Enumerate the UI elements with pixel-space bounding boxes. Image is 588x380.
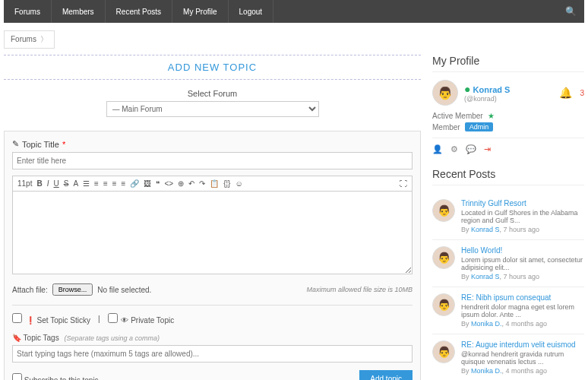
image-icon[interactable]: 🖼 [144,179,151,188]
tags-label: Topic Tags [24,334,59,342]
post-excerpt: Lorem ipsum dolor sit amet, consectetur … [461,256,584,271]
nav-logout[interactable]: Logout [229,0,274,23]
search-icon[interactable]: 🔍 [558,6,584,17]
post-excerpt: Located in Gulf Shores in the Alabama re… [461,209,584,224]
strike-icon[interactable]: S [64,179,69,188]
post-avatar[interactable]: 👨 [432,293,455,316]
align-left-icon[interactable]: ≡ [103,179,108,188]
add-topic-button[interactable]: Add topic [359,370,413,380]
code-icon[interactable]: <> [164,179,173,188]
post-author[interactable]: Konrad S [471,273,500,280]
brackets-icon[interactable]: {¦} [223,179,230,188]
tag-icon: 🔖 [12,334,21,342]
bell-icon[interactable]: 🔔 [559,87,572,99]
pencil-icon: ✎ [12,139,19,149]
nav-members[interactable]: Members [52,0,106,23]
italic-icon[interactable]: I [47,179,49,188]
notif-count: 3 [580,89,584,97]
sticky-checkbox[interactable] [12,313,22,323]
quote-icon[interactable]: ❝ [156,179,160,188]
nav-recent[interactable]: Recent Posts [106,0,172,23]
list-ul-icon[interactable]: ☰ [83,179,90,188]
align-center-icon[interactable]: ≡ [112,179,117,188]
chat-icon[interactable]: 💬 [466,144,476,154]
logout-icon[interactable]: ⇥ [484,144,491,154]
top-navbar: Forums Members Recent Posts My Profile L… [4,0,584,23]
eye-off-icon: 👁 [121,316,128,325]
list-item: 👨Hello World!Lorem ipsum dolor sit amet,… [432,240,584,287]
no-file-label: No file selected. [97,286,151,294]
post-avatar[interactable]: 👨 [432,340,455,363]
redo-icon[interactable]: ↷ [199,179,205,188]
page-title: ADD NEW TOPIC [4,55,421,80]
list-ol-icon[interactable]: ≡ [94,179,99,188]
post-author[interactable]: Konrad S [471,226,500,233]
topic-form: ✎ Topic Title * 11pt B I U S A ☰ ≡ ≡ ≡ ≡ [4,131,421,380]
list-item: 👨RE: Nibh ipsum consequatHendrerit dolor… [432,287,584,334]
fullscreen-icon[interactable]: ⛶ [400,179,407,188]
title-input[interactable] [12,152,413,169]
avatar[interactable]: 👨 [432,80,458,106]
post-title[interactable]: Hello World! [461,246,584,255]
user-icon[interactable]: 👤 [432,144,443,154]
link-icon[interactable]: 🔗 [130,179,139,188]
list-item: 👨RE: Augue interdum velit euismod@konrad… [432,334,584,380]
post-author[interactable]: Monika D. [471,320,502,328]
gear-icon[interactable]: ⚙ [450,144,458,154]
tags-help: (Separate tags using a comma) [64,334,160,342]
browse-button[interactable]: Browse... [52,283,93,296]
private-checkbox[interactable] [108,313,118,323]
plus-icon[interactable]: ⊕ [178,179,184,188]
post-avatar[interactable]: 👨 [432,199,455,222]
post-meta: By Monika D., 4 months ago [461,320,584,328]
recent-posts-list: 👨Trinnity Gulf ResortLocated in Gulf Sho… [432,193,584,380]
editor-toolbar: 11pt B I U S A ☰ ≡ ≡ ≡ ≡ 🔗 🖼 ❝ <> ⊕ ↶ [12,176,413,191]
member-label: Member [432,123,460,131]
subscribe-checkbox[interactable] [12,373,22,380]
post-author[interactable]: Monika D. [471,367,502,375]
max-size-label: Maximum allowed file size is 10MB [306,286,413,293]
undo-icon[interactable]: ↶ [188,179,194,188]
nav-forums[interactable]: Forums [4,0,52,23]
emoji-icon[interactable]: ☺ [235,179,242,188]
post-title[interactable]: Trinnity Gulf Resort [461,199,584,207]
star-icon: ★ [488,112,495,120]
profile-handle: (@konrad) [464,95,510,103]
bold-icon[interactable]: B [36,179,42,188]
title-label: ✎ Topic Title * [12,139,413,149]
private-option[interactable]: 👁 Private Topic [108,313,175,325]
profile-name[interactable]: Konrad S [473,85,511,94]
breadcrumb[interactable]: Forums 〉 [4,30,55,49]
post-excerpt: Hendrerit dolor magna eget est lorem ips… [461,303,584,318]
post-meta: By Konrad S, 7 hours ago [461,273,584,280]
sticky-option[interactable]: ❗ Set Topic Sticky [12,313,90,325]
recent-posts-heading: Recent Posts [432,168,584,185]
forum-select[interactable]: — Main Forum [106,101,319,117]
nav-profile[interactable]: My Profile [172,0,228,23]
active-member-label: Active Member [432,112,483,120]
admin-badge: Admin [465,122,494,131]
content-editor[interactable] [12,191,413,274]
attach-label: Attach file: [12,286,48,294]
pin-icon: ❗ [26,316,35,325]
paste-icon[interactable]: 📋 [210,179,219,188]
align-right-icon[interactable]: ≡ [122,179,126,188]
online-dot-icon: ● [464,83,470,95]
list-item: 👨Trinnity Gulf ResortLocated in Gulf Sho… [432,193,584,240]
select-forum-label: Select Forum [4,89,421,98]
post-meta: By Konrad S, 7 hours ago [461,226,584,233]
post-meta: By Monika D., 4 months ago [461,367,584,375]
tags-input[interactable] [12,345,413,363]
my-profile-heading: My Profile [432,55,584,72]
post-avatar[interactable]: 👨 [432,246,455,269]
fontsize-select[interactable]: 11pt [17,179,32,188]
underline-icon[interactable]: U [53,179,58,188]
post-title[interactable]: RE: Augue interdum velit euismod [461,340,584,349]
textcolor-icon[interactable]: A [73,179,78,188]
subscribe-option[interactable]: Subscribe to this topic [12,373,99,380]
post-title[interactable]: RE: Nibh ipsum consequat [461,293,584,302]
post-excerpt: @konrad hendrerit gravida rutrum quisque… [461,350,584,366]
